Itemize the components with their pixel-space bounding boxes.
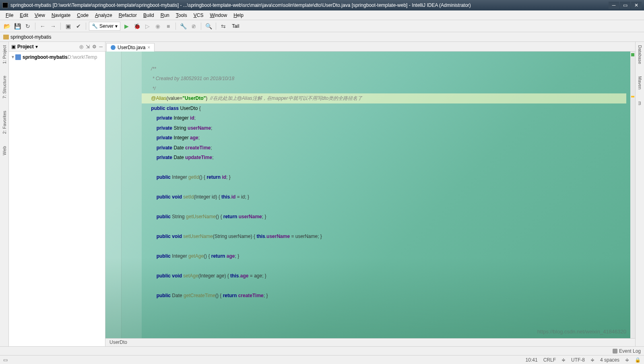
window-title: springboot-mybatis [D:\work\Template\spr… xyxy=(10,2,471,8)
project-tree[interactable]: ▼springboot-mybatis D:\work\Temp xyxy=(9,52,105,346)
side-tab[interactable]: 2: Favorites xyxy=(2,111,7,134)
separator xyxy=(86,23,86,30)
coverage-icon[interactable]: ◉ xyxy=(153,22,162,31)
tree-root[interactable]: ▼springboot-mybatis D:\work\Temp xyxy=(9,53,105,61)
chevron-down-icon[interactable]: ▾ xyxy=(35,44,38,50)
log-icon xyxy=(613,349,617,354)
event-log-button[interactable]: Event Log xyxy=(613,348,641,354)
project-tool-icon: ▣ xyxy=(11,44,16,50)
status-left: ▭ xyxy=(3,357,8,363)
wrench-icon[interactable]: 🔧 xyxy=(179,22,188,31)
code-area[interactable]: /** * Created by 18052931 on 2018/10/18 … xyxy=(142,52,630,338)
check-icon[interactable]: ✔ xyxy=(74,22,83,31)
run-grey-icon[interactable]: ▷ xyxy=(143,22,152,31)
line-sep[interactable]: CRLF xyxy=(543,357,556,363)
separator xyxy=(201,23,201,30)
menu-edit[interactable]: Edit xyxy=(17,12,31,19)
collapse-icon[interactable]: ⇲ xyxy=(86,44,90,50)
hide-icon[interactable]: ─ xyxy=(99,44,103,50)
save-icon[interactable]: 💾 xyxy=(13,22,22,31)
menu-build[interactable]: Build xyxy=(140,12,157,19)
maximize-button[interactable]: ▭ xyxy=(620,2,630,9)
menu-tools[interactable]: Tools xyxy=(173,12,190,19)
menubar: FileEditViewNavigateCodeAnalyzeRefactorB… xyxy=(0,10,644,20)
app-logo-icon xyxy=(2,2,8,8)
class-icon xyxy=(111,45,116,50)
gutter xyxy=(122,52,142,338)
menu-code[interactable]: Code xyxy=(74,12,92,19)
separator xyxy=(35,23,35,30)
open-icon[interactable]: 📂 xyxy=(2,22,11,31)
menu-refactor[interactable]: Refactor xyxy=(116,12,140,19)
tab-userdto[interactable]: UserDto.java × xyxy=(106,43,155,52)
statusbar: ▭ 10:41 CRLF ≑ UTF-8 ≑ 4 spaces ≑ 🔒 xyxy=(0,355,644,364)
scroll-marker-strip[interactable] xyxy=(630,52,635,338)
close-button[interactable]: ✕ xyxy=(631,2,642,9)
side-tab[interactable]: 7: Structure xyxy=(2,76,7,99)
separator xyxy=(175,23,176,30)
menu-help[interactable]: Help xyxy=(230,12,247,19)
titlebar: springboot-mybatis [D:\work\Template\spr… xyxy=(0,0,644,10)
search-icon[interactable]: 🔍 xyxy=(204,22,213,31)
minimize-button[interactable]: ─ xyxy=(609,2,619,9)
left-tool-strip: 1: Project7: Structure2: FavoritesWeb xyxy=(0,42,9,346)
chevron-down-icon: ▾ xyxy=(115,23,118,29)
menu-run[interactable]: Run xyxy=(157,12,173,19)
breadcrumb: springboot-mybatis xyxy=(0,32,644,42)
run-config-dropdown[interactable]: 🔧 Server ▾ xyxy=(89,22,120,31)
debug-button[interactable]: 🐞 xyxy=(132,22,141,31)
tail-label: Tail xyxy=(229,23,239,29)
browser-icon[interactable]: ▣ xyxy=(64,22,72,31)
editor[interactable]: /** * Created by 18052931 on 2018/10/18 … xyxy=(105,52,635,338)
indent[interactable]: 4 spaces xyxy=(600,357,619,363)
target-icon[interactable]: ◎ xyxy=(79,44,83,50)
filter-icon[interactable]: ⇆ xyxy=(219,22,228,31)
separator xyxy=(216,23,216,30)
side-tab[interactable]: Database xyxy=(638,45,642,64)
sync-icon[interactable]: ↻ xyxy=(23,22,32,31)
encoding[interactable]: UTF-8 xyxy=(571,357,585,363)
cursor-position[interactable]: 10:41 xyxy=(526,357,538,363)
side-tab[interactable]: Maven xyxy=(638,76,642,89)
separator xyxy=(60,23,61,30)
breadcrumb-item[interactable]: springboot-mybatis xyxy=(10,34,51,40)
breadcrumb-bottom[interactable]: UserDto xyxy=(105,338,635,346)
watermark: https://blog.csdn.net/weixin_41846320 xyxy=(537,327,626,337)
struct-icon[interactable]: ⎚ xyxy=(189,22,198,31)
menu-navigate[interactable]: Navigate xyxy=(48,12,74,19)
forward-icon[interactable]: → xyxy=(49,22,58,31)
editor-tab-bar: UserDto.java × xyxy=(105,42,635,52)
back-icon[interactable]: ← xyxy=(38,22,47,31)
folder-icon xyxy=(3,35,9,39)
minimap[interactable] xyxy=(105,52,122,338)
project-panel-title: Project xyxy=(17,44,34,50)
menu-view[interactable]: View xyxy=(31,12,48,19)
menu-analyze[interactable]: Analyze xyxy=(92,12,116,19)
toolbar: 📂 💾 ↻ ← → ▣ ✔ 🔧 Server ▾ ▶ 🐞 ▷ ◉ ■ 🔧 ⎚ 🔍… xyxy=(0,20,644,32)
menu-file[interactable]: File xyxy=(2,12,17,19)
stop-button[interactable]: ■ xyxy=(164,22,173,31)
side-tab[interactable]: Web xyxy=(2,146,7,155)
close-tab-icon[interactable]: × xyxy=(147,45,150,50)
menu-vcs[interactable]: VCS xyxy=(190,12,207,19)
tab-label: UserDto.java xyxy=(118,45,145,50)
run-button[interactable]: ▶ xyxy=(122,22,131,31)
gear-icon[interactable]: ⚙ xyxy=(92,44,97,50)
server-icon: 🔧 xyxy=(92,23,98,29)
project-panel: ▣ Project ▾ ◎ ⇲ ⚙ ─ ▼springboot-mybatis … xyxy=(9,42,105,346)
side-tab[interactable]: 1: Project xyxy=(2,45,7,64)
bottom-tool-tabs: Event Log xyxy=(0,346,644,355)
side-tab[interactable]: m xyxy=(638,101,642,105)
lock-icon[interactable]: 🔒 xyxy=(635,357,641,363)
menu-window[interactable]: Window xyxy=(206,12,230,19)
right-tool-strip: DatabaseMavenm xyxy=(635,42,644,346)
